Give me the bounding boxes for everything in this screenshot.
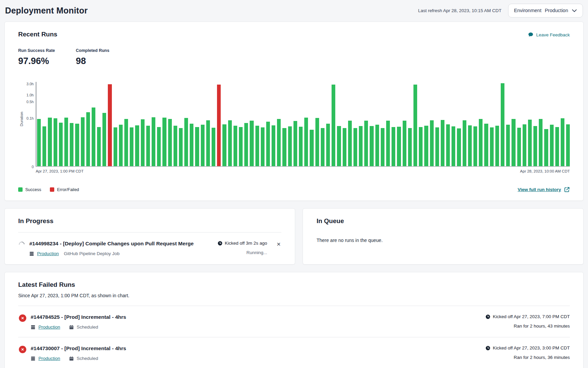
run-bar-success[interactable] xyxy=(37,119,41,166)
run-bar-success[interactable] xyxy=(141,119,145,166)
run-bar-success[interactable] xyxy=(81,117,85,166)
run-bar-success[interactable] xyxy=(195,127,199,166)
run-bar-success[interactable] xyxy=(157,127,161,166)
run-bar-success[interactable] xyxy=(179,128,183,166)
run-bar-success[interactable] xyxy=(119,125,123,166)
run-bar-success[interactable] xyxy=(506,125,510,166)
run-bar-success[interactable] xyxy=(528,120,532,166)
run-bar-success[interactable] xyxy=(452,126,455,166)
run-bar-success[interactable] xyxy=(244,123,248,166)
run-bar-success[interactable] xyxy=(277,119,281,166)
run-bar-success[interactable] xyxy=(293,121,297,166)
run-bar-success[interactable] xyxy=(332,85,335,166)
run-bar-success[interactable] xyxy=(441,120,444,166)
run-bar-success[interactable] xyxy=(539,119,543,166)
run-bar-success[interactable] xyxy=(272,125,275,166)
run-bar-success[interactable] xyxy=(424,126,428,166)
run-bar-success[interactable] xyxy=(413,85,417,166)
run-bar-failed[interactable] xyxy=(217,85,221,166)
run-bar-success[interactable] xyxy=(457,128,461,166)
run-bar-success[interactable] xyxy=(544,129,548,166)
run-bar-success[interactable] xyxy=(282,128,286,166)
run-bar-success[interactable] xyxy=(315,118,319,166)
environment-link[interactable]: Production xyxy=(38,325,60,330)
run-bar-success[interactable] xyxy=(473,126,477,166)
run-bar-success[interactable] xyxy=(250,121,253,166)
run-bar-success[interactable] xyxy=(326,124,330,166)
run-bar-success[interactable] xyxy=(397,127,401,166)
run-bar-success[interactable] xyxy=(495,126,499,166)
run-bar-success[interactable] xyxy=(222,124,226,166)
run-bar-success[interactable] xyxy=(446,124,450,166)
run-bar-success[interactable] xyxy=(234,126,237,166)
run-bar-success[interactable] xyxy=(64,118,68,166)
run-bar-success[interactable] xyxy=(70,123,73,166)
leave-feedback-button[interactable]: Leave Feedback xyxy=(528,32,570,37)
run-bar-success[interactable] xyxy=(184,118,188,166)
run-bar-success[interactable] xyxy=(430,120,434,166)
run-bar-success[interactable] xyxy=(239,127,243,166)
run-bar-success[interactable] xyxy=(168,119,172,166)
run-bar-success[interactable] xyxy=(75,124,79,166)
run-bar-success[interactable] xyxy=(146,126,150,166)
run-bar-success[interactable] xyxy=(468,125,472,166)
run-bar-success[interactable] xyxy=(59,123,63,166)
run-bar-success[interactable] xyxy=(566,124,570,166)
run-bar-success[interactable] xyxy=(353,128,357,166)
run-bar-success[interactable] xyxy=(403,121,406,166)
run-bar-success[interactable] xyxy=(463,120,466,166)
run-bar-success[interactable] xyxy=(114,127,117,166)
run-bar-success[interactable] xyxy=(124,119,128,166)
run-bar-success[interactable] xyxy=(206,120,210,166)
run-bar-success[interactable] xyxy=(152,117,155,166)
environment-dropdown[interactable]: Environment Production xyxy=(508,4,583,18)
run-bar-success[interactable] xyxy=(162,118,166,166)
run-bar-success[interactable] xyxy=(86,112,90,166)
run-bar-failed[interactable] xyxy=(108,84,112,166)
run-bar-success[interactable] xyxy=(343,128,346,166)
run-bar-success[interactable] xyxy=(42,126,46,166)
run-bar-success[interactable] xyxy=(490,127,494,166)
run-bar-success[interactable] xyxy=(555,127,559,166)
run-bar-success[interactable] xyxy=(255,126,259,166)
run-bar-success[interactable] xyxy=(299,127,303,166)
run-bar-success[interactable] xyxy=(533,126,537,166)
run-bar-success[interactable] xyxy=(130,127,133,166)
run-bar-success[interactable] xyxy=(174,126,177,166)
environment-link[interactable]: Production xyxy=(38,356,60,361)
run-bar-success[interactable] xyxy=(201,125,205,166)
run-bar-success[interactable] xyxy=(337,126,341,166)
run-bar-success[interactable] xyxy=(97,127,101,166)
run-bar-success[interactable] xyxy=(304,118,308,166)
run-bar-success[interactable] xyxy=(288,126,292,166)
run-bar-success[interactable] xyxy=(92,108,95,166)
run-bar-success[interactable] xyxy=(561,118,564,166)
run-bar-success[interactable] xyxy=(228,120,232,166)
environment-link[interactable]: Production xyxy=(37,251,59,256)
run-bar-success[interactable] xyxy=(370,126,373,166)
run-bar-success[interactable] xyxy=(321,128,324,166)
run-bar-success[interactable] xyxy=(102,113,106,166)
run-bar-success[interactable] xyxy=(381,128,384,166)
run-bar-success[interactable] xyxy=(484,124,488,166)
run-bar-success[interactable] xyxy=(48,118,52,166)
run-bar-success[interactable] xyxy=(386,121,390,166)
close-icon[interactable]: ✕ xyxy=(276,241,282,247)
view-full-run-history-link[interactable]: View full run history xyxy=(518,187,570,192)
run-bar-success[interactable] xyxy=(512,119,515,166)
run-bar-success[interactable] xyxy=(135,125,139,166)
run-bar-success[interactable] xyxy=(261,127,265,166)
run-bar-success[interactable] xyxy=(359,126,363,166)
run-bar-success[interactable] xyxy=(348,121,352,166)
run-bar-success[interactable] xyxy=(266,122,270,166)
run-bar-success[interactable] xyxy=(310,130,313,166)
run-bar-success[interactable] xyxy=(364,121,368,166)
run-bar-success[interactable] xyxy=(479,119,483,166)
run-bar-success[interactable] xyxy=(392,127,395,166)
run-bar-success[interactable] xyxy=(190,124,193,166)
run-bar-success[interactable] xyxy=(523,124,526,166)
run-bar-success[interactable] xyxy=(550,125,554,166)
run-bar-success[interactable] xyxy=(408,128,412,166)
run-bar-success[interactable] xyxy=(501,83,504,166)
run-bar-success[interactable] xyxy=(375,125,379,166)
